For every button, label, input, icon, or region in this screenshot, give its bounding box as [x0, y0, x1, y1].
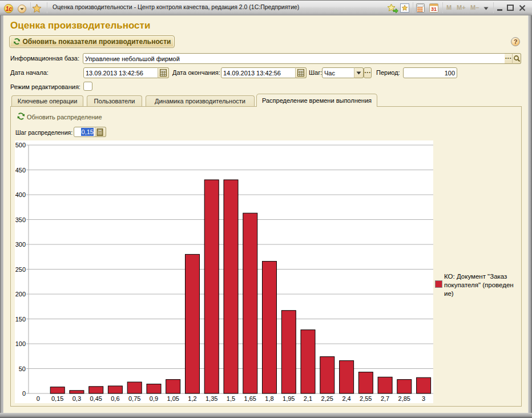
- svg-text:0,3: 0,3: [72, 395, 81, 402]
- svg-text:500: 500: [15, 142, 26, 148]
- svg-text:0: 0: [37, 395, 40, 402]
- svg-text:1,35: 1,35: [205, 395, 217, 402]
- svg-text:2,7: 2,7: [381, 395, 389, 402]
- svg-text:1,05: 1,05: [167, 395, 179, 402]
- svg-text:2,25: 2,25: [321, 395, 333, 402]
- svg-text:31: 31: [431, 6, 437, 12]
- svg-text:150: 150: [15, 316, 26, 323]
- svg-text:1,2: 1,2: [188, 395, 196, 402]
- svg-text:300: 300: [15, 241, 26, 248]
- svg-text:100: 100: [15, 340, 26, 347]
- svg-text:1,8: 1,8: [265, 395, 273, 402]
- svg-text:3: 3: [422, 395, 425, 402]
- svg-text:1,5: 1,5: [227, 395, 235, 402]
- svg-text:2,1: 2,1: [304, 395, 312, 402]
- svg-text:2,85: 2,85: [398, 395, 410, 402]
- svg-text:250: 250: [15, 266, 26, 273]
- svg-text:2,55: 2,55: [360, 395, 372, 402]
- svg-text:0,9: 0,9: [150, 395, 158, 402]
- svg-text:0: 0: [22, 390, 26, 397]
- svg-text:400: 400: [15, 191, 26, 198]
- svg-text:0,15: 0,15: [51, 395, 63, 402]
- svg-text:50: 50: [19, 365, 26, 372]
- svg-text:1,95: 1,95: [283, 395, 295, 402]
- svg-text:450: 450: [15, 167, 26, 174]
- svg-text:350: 350: [15, 216, 26, 223]
- svg-text:2,4: 2,4: [342, 395, 350, 402]
- svg-text:200: 200: [15, 291, 26, 298]
- svg-text:1,65: 1,65: [244, 395, 256, 402]
- svg-text:0,6: 0,6: [111, 395, 119, 402]
- svg-text:0,45: 0,45: [90, 395, 102, 402]
- svg-text:1с: 1с: [6, 6, 13, 12]
- svg-text:0,75: 0,75: [128, 395, 140, 402]
